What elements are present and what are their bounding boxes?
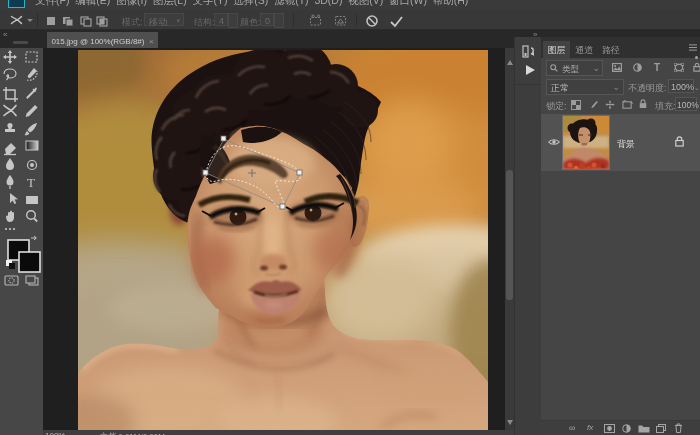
- svg-text:T: T: [27, 175, 35, 190]
